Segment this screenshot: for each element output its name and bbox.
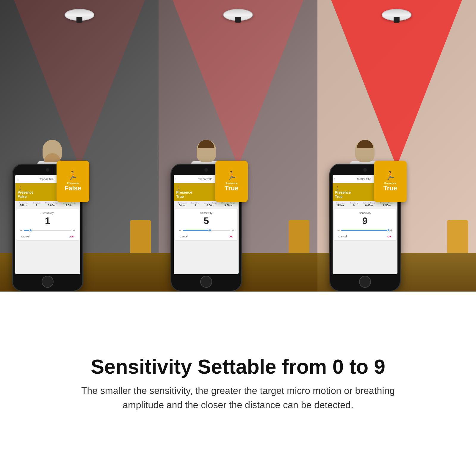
phone-3: ‹ TopBar Title 🚶 Presence True Illuminan… xyxy=(329,164,401,292)
topbar-title-2: TopBar Title xyxy=(198,178,212,181)
slider-container-2: − + xyxy=(177,228,235,233)
sensor-body-2 xyxy=(223,9,253,21)
stat-illu-val-2: 54lux xyxy=(179,204,186,207)
subtext: The smaller the sensitivity, the greater… xyxy=(81,383,395,412)
stat-min-2: Minimum Range 0.00m xyxy=(204,202,217,207)
slider-thumb-3 xyxy=(387,229,390,232)
sens-title-1: Sensitivity xyxy=(19,212,76,214)
sensor-eye-3 xyxy=(394,17,400,23)
sensor-body-1 xyxy=(65,9,94,21)
stat-max-val-3: 9.50m xyxy=(383,204,391,207)
sens-number-1: 1 xyxy=(19,216,76,226)
ok-btn-3[interactable]: OK xyxy=(387,235,392,238)
stat-illu-val-3: 54lux xyxy=(337,204,344,207)
sensor-body-3 xyxy=(382,9,411,21)
cancel-btn-3[interactable]: Cancel xyxy=(339,235,347,238)
sens-number-3: 9 xyxy=(336,216,394,226)
sensor-device-1 xyxy=(62,9,97,27)
person-icon-3: 🚶 xyxy=(335,186,340,190)
sens-title-3: Sensitivity xyxy=(336,212,394,214)
app-presence-label-2: Presence xyxy=(176,190,192,195)
slider-fill-2 xyxy=(183,230,209,231)
sensor-eye-2 xyxy=(235,17,241,23)
phone-home-3 xyxy=(359,276,371,288)
person-head-1 xyxy=(43,140,62,162)
ok-btn-2[interactable]: OK xyxy=(229,235,233,238)
panel-3: ‹ TopBar Title 🚶 Presence True Illuminan… xyxy=(317,0,476,292)
stat-max-2: Maximum Range 9.50m xyxy=(221,202,235,207)
sensor-device-3 xyxy=(379,9,414,27)
stat-illuminance-2: Illuminance 54lux xyxy=(178,202,187,207)
stat-min-val-3: 0.00m xyxy=(365,204,373,207)
presence-card-value-1: False xyxy=(65,185,81,192)
stat-min-1: Minimum Range 0.00m xyxy=(45,202,58,207)
presence-card-3: 🏃 Presence True xyxy=(374,161,407,202)
slider-track-2[interactable] xyxy=(183,230,230,231)
slider-thumb-1 xyxy=(29,229,32,232)
ok-btn-1[interactable]: OK xyxy=(70,235,74,238)
person-hair-2 xyxy=(198,140,214,148)
app-presence-label-3: Presence xyxy=(335,190,351,195)
slider-plus-3[interactable]: + xyxy=(390,228,392,233)
phone-2: ‹ TopBar Title 🚶 Presence True Illuminan… xyxy=(170,164,242,292)
app-presence-value-3: True xyxy=(335,195,342,199)
slider-track-1[interactable] xyxy=(24,230,71,231)
chair-3 xyxy=(447,220,468,253)
stat-sensitivity-3: Sensitivity 9 xyxy=(350,202,358,207)
stat-sens-val-2: 9 xyxy=(195,204,196,207)
slider-plus-2[interactable]: + xyxy=(231,228,234,233)
chair-1 xyxy=(130,220,151,253)
slider-container-1: − + xyxy=(19,228,76,233)
sensitivity-section-1: Sensitivity 1 − + Can xyxy=(16,209,79,240)
slider-thumb-2 xyxy=(209,229,212,232)
phone-home-1 xyxy=(42,276,54,288)
stat-sensitivity-2: Sensitivity 9 xyxy=(191,202,199,207)
stat-sens-val-3: 9 xyxy=(353,204,355,207)
main-container: ‹ TopBar Title 🚶 Presence False xyxy=(0,0,476,476)
presence-card-1: 🏃 Presence False xyxy=(57,161,89,202)
slider-track-3[interactable] xyxy=(341,230,389,231)
presence-card-value-2: True xyxy=(225,185,238,192)
stat-max-1: Maximum Range 9.50m xyxy=(63,202,76,207)
app-actions-1: Cancel OK xyxy=(19,235,76,238)
slider-fill-1 xyxy=(24,230,29,231)
stat-sensitivity-1: Sensitivity 9 xyxy=(32,202,40,207)
person-head-2 xyxy=(197,140,216,162)
chair-2 xyxy=(289,220,309,253)
app-presence-label-1: Presence xyxy=(18,190,33,195)
cancel-btn-1[interactable]: Cancel xyxy=(21,235,29,238)
panel-2: ‹ TopBar Title 🚶 Presence True Illuminan… xyxy=(159,0,317,292)
phone-camera-1 xyxy=(46,168,49,172)
person-icon-1: 🚶 xyxy=(18,186,23,190)
slider-minus-3[interactable]: − xyxy=(337,228,340,233)
presence-icon-1: 🏃 xyxy=(68,171,78,181)
slider-minus-2[interactable]: − xyxy=(178,228,181,233)
panel-1: ‹ TopBar Title 🚶 Presence False xyxy=(0,0,159,292)
presence-card-2: 🏃 Presence True xyxy=(215,161,248,202)
phone-1: ‹ TopBar Title 🚶 Presence False xyxy=(12,164,83,292)
app-actions-3: Cancel OK xyxy=(336,235,394,238)
phone-home-2 xyxy=(200,276,212,288)
app-presence-value-2: True xyxy=(176,195,184,199)
stat-sens-val-1: 9 xyxy=(36,204,37,207)
sensor-eye-1 xyxy=(76,17,82,23)
images-row: ‹ TopBar Title 🚶 Presence False xyxy=(0,0,476,292)
slider-plus-1[interactable]: + xyxy=(73,228,75,233)
person-hair-3 xyxy=(357,140,373,148)
stat-min-val-1: 0.00m xyxy=(48,204,56,207)
cancel-btn-2[interactable]: Cancel xyxy=(180,235,188,238)
person-head-3 xyxy=(355,140,375,162)
stat-max-3: Maximum Range 9.50m xyxy=(380,202,394,207)
stat-min-3: Minimum Range 0.00m xyxy=(362,202,375,207)
sens-number-2: 5 xyxy=(177,216,235,226)
stat-illu-val-1: 54lux xyxy=(20,204,27,207)
stat-illuminance-1: Illuminance 54lux xyxy=(19,202,28,207)
phone-camera-3 xyxy=(363,168,367,172)
presence-card-value-3: True xyxy=(383,185,397,192)
phone-camera-2 xyxy=(204,168,208,172)
slider-minus-1[interactable]: − xyxy=(20,228,22,233)
stat-max-val-1: 9.50m xyxy=(66,204,73,207)
topbar-title-3: TopBar Title xyxy=(357,178,371,181)
stat-max-val-2: 9.50m xyxy=(224,204,232,207)
sensitivity-section-2: Sensitivity 5 − + Can xyxy=(175,209,237,240)
